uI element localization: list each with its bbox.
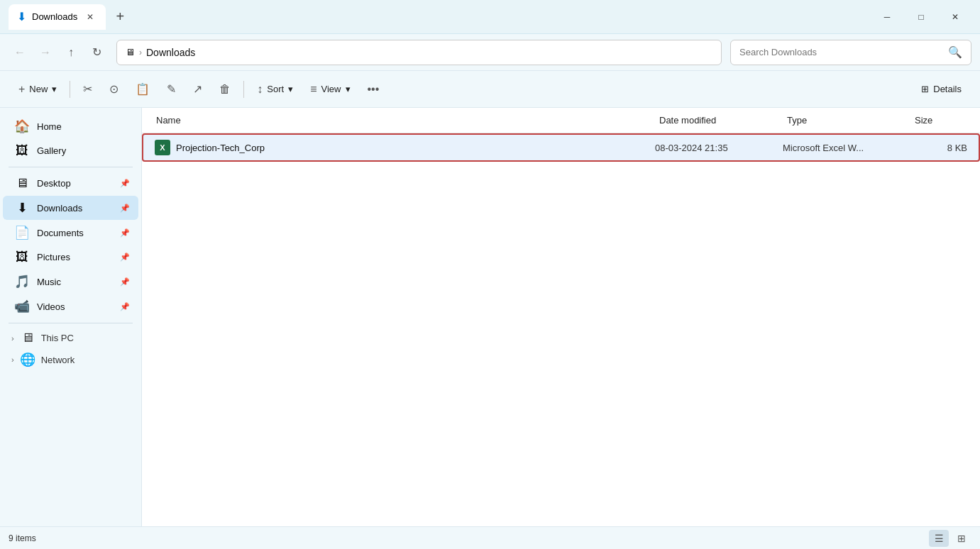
sidebar-item-music[interactable]: 🎵 Music 📌 xyxy=(3,270,138,294)
desktop-icon: 🖥 xyxy=(14,176,30,191)
tab-download-icon: ⬇ xyxy=(17,10,26,23)
active-tab[interactable]: ⬇ Downloads ✕ xyxy=(9,4,106,30)
thispc-icon: 🖥 xyxy=(20,331,35,345)
network-chevron-icon: › xyxy=(11,355,14,364)
back-button[interactable]: ← xyxy=(9,41,31,64)
file-table-header: Name Date modified Type Size xyxy=(142,108,980,133)
sidebar-item-home[interactable]: 🏠 Home xyxy=(3,114,138,138)
pictures-pin-icon: 📌 xyxy=(120,253,130,262)
search-input[interactable] xyxy=(739,47,942,57)
documents-label: Documents xyxy=(37,228,84,238)
grid-view-button[interactable]: ⊞ xyxy=(952,530,971,547)
navigation-bar: ← → ↑ ↻ 🖥 › Downloads 🔍 xyxy=(0,34,980,71)
main-layout: 🏠 Home 🖼 Gallery 🖥 Desktop 📌 ⬇ Downloads… xyxy=(0,108,980,526)
excel-icon: X xyxy=(155,140,170,155)
refresh-button[interactable]: ↻ xyxy=(85,41,108,64)
copy-button[interactable]: ⊙ xyxy=(102,77,126,102)
sidebar-item-documents[interactable]: 📄 Documents 📌 xyxy=(3,221,138,245)
pictures-icon: 🖼 xyxy=(14,250,30,265)
sort-chevron-icon: ▾ xyxy=(288,84,293,94)
rename-icon: ✎ xyxy=(167,82,176,96)
file-size: 8 KB xyxy=(910,143,967,153)
sidebar: 🏠 Home 🖼 Gallery 🖥 Desktop 📌 ⬇ Downloads… xyxy=(0,108,142,526)
tab-title: Downloads xyxy=(32,11,77,22)
view-mode-controls: ☰ ⊞ xyxy=(929,530,971,547)
computer-icon: 🖥 xyxy=(126,47,135,57)
downloads-label: Downloads xyxy=(37,203,82,214)
sidebar-item-downloads[interactable]: ⬇ Downloads 📌 xyxy=(3,196,138,220)
file-name-text: Projection-Tech_Corp xyxy=(176,143,265,153)
col-header-date[interactable]: Date modified xyxy=(656,111,784,130)
toolbar: + New ▾ ✂ ⊙ 📋 ✎ ↗ 🗑 ↕ Sort ▾ ≡ View ▾ ••… xyxy=(0,71,980,108)
toolbar-right: ⊞ Details xyxy=(914,77,969,102)
breadcrumb-bar[interactable]: 🖥 › Downloads xyxy=(116,40,722,65)
maximize-button[interactable]: □ xyxy=(905,6,937,28)
new-tab-button[interactable]: + xyxy=(109,6,131,28)
pictures-label: Pictures xyxy=(37,252,70,262)
share-button[interactable]: ↗ xyxy=(186,77,209,102)
downloads-icon: ⬇ xyxy=(14,200,30,216)
file-table-body: X Projection-Tech_Corp 08-03-2024 21:35 … xyxy=(142,133,980,526)
music-pin-icon: 📌 xyxy=(120,277,130,287)
tab-area: ⬇ Downloads ✕ + xyxy=(9,4,865,30)
tab-close-button[interactable]: ✕ xyxy=(83,10,97,24)
status-bar: 9 items ☰ ⊞ xyxy=(0,526,980,549)
table-row[interactable]: X Projection-Tech_Corp 08-03-2024 21:35 … xyxy=(142,133,980,162)
search-icon[interactable]: 🔍 xyxy=(948,45,962,59)
col-header-name[interactable]: Name xyxy=(153,111,656,130)
breadcrumb-separator: › xyxy=(139,48,142,57)
forward-button[interactable]: → xyxy=(34,41,57,64)
details-button[interactable]: ⊞ Details xyxy=(914,77,969,102)
documents-pin-icon: 📌 xyxy=(120,228,130,238)
videos-icon: 📹 xyxy=(14,299,30,314)
minimize-button[interactable]: ─ xyxy=(871,6,903,28)
up-button[interactable]: ↑ xyxy=(60,41,82,64)
title-bar: ⬇ Downloads ✕ + ─ □ ✕ xyxy=(0,0,980,34)
sidebar-item-desktop[interactable]: 🖥 Desktop 📌 xyxy=(3,172,138,195)
sidebar-divider-1 xyxy=(9,167,133,167)
new-icon: + xyxy=(18,83,25,96)
sidebar-divider-2 xyxy=(9,323,133,323)
view-label: View xyxy=(321,84,341,94)
videos-pin-icon: 📌 xyxy=(120,302,130,311)
desktop-pin-icon: 📌 xyxy=(120,179,130,188)
details-icon: ⊞ xyxy=(921,84,929,94)
downloads-pin-icon: 📌 xyxy=(120,204,130,213)
sort-icon: ↕ xyxy=(257,83,263,96)
desktop-label: Desktop xyxy=(37,178,71,189)
delete-icon: 🗑 xyxy=(219,83,231,96)
sidebar-item-network[interactable]: › 🌐 Network xyxy=(3,349,138,370)
sidebar-item-videos[interactable]: 📹 Videos 📌 xyxy=(3,294,138,318)
view-chevron-icon: ▾ xyxy=(346,84,351,94)
share-icon: ↗ xyxy=(193,82,202,96)
delete-button[interactable]: 🗑 xyxy=(212,77,238,102)
network-icon: 🌐 xyxy=(20,352,35,367)
rename-button[interactable]: ✎ xyxy=(160,77,183,102)
thispc-chevron-icon: › xyxy=(11,334,14,343)
cut-button[interactable]: ✂ xyxy=(76,77,99,102)
list-view-button[interactable]: ☰ xyxy=(929,530,949,547)
sidebar-item-pictures[interactable]: 🖼 Pictures 📌 xyxy=(3,245,138,269)
view-icon: ≡ xyxy=(310,83,316,96)
col-header-size[interactable]: Size xyxy=(912,111,969,130)
file-date: 08-03-2024 21:35 xyxy=(655,143,783,153)
col-header-type[interactable]: Type xyxy=(784,111,912,130)
view-button[interactable]: ≡ View ▾ xyxy=(303,77,357,102)
new-chevron-icon: ▾ xyxy=(52,84,57,94)
close-window-button[interactable]: ✕ xyxy=(939,6,971,28)
videos-label: Videos xyxy=(37,301,65,312)
sidebar-item-gallery[interactable]: 🖼 Gallery xyxy=(3,139,138,162)
search-bar[interactable]: 🔍 xyxy=(730,40,971,65)
file-type: Microsoft Excel W... xyxy=(783,143,910,153)
paste-button[interactable]: 📋 xyxy=(128,77,157,102)
new-button[interactable]: + New ▾ xyxy=(11,77,64,102)
sidebar-item-thispc[interactable]: › 🖥 This PC xyxy=(3,328,138,348)
home-icon: 🏠 xyxy=(14,118,30,134)
thispc-label: This PC xyxy=(41,333,74,343)
more-button[interactable]: ••• xyxy=(360,77,387,102)
sort-label: Sort xyxy=(267,84,284,94)
items-count: 9 items xyxy=(9,533,36,543)
details-label: Details xyxy=(933,84,962,94)
sort-button[interactable]: ↕ Sort ▾ xyxy=(250,77,300,102)
network-label: Network xyxy=(41,355,75,365)
